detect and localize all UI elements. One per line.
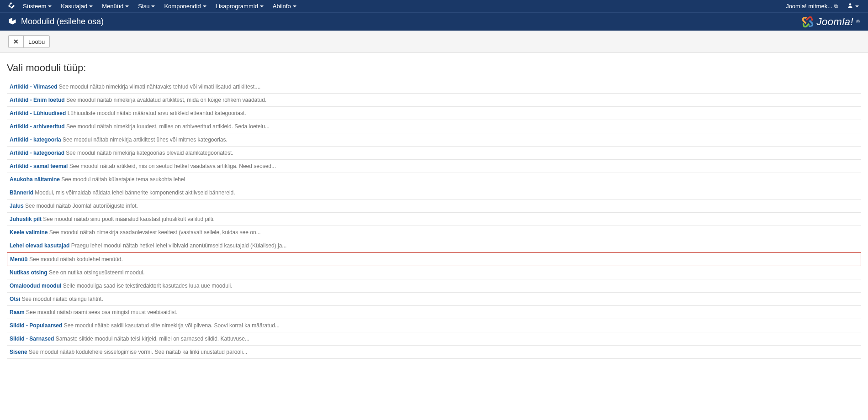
- topmenu-item-4[interactable]: Komponendid: [159, 0, 211, 12]
- top-menubar-right: Joomla! mitmek... ⧉: [781, 0, 863, 12]
- module-type-link[interactable]: Lehel olevad kasutajad: [10, 242, 69, 249]
- module-type-description: See on nutika otsingusüsteemi moodul.: [48, 269, 145, 276]
- cancel-button-group: ✕ Loobu: [8, 35, 50, 48]
- module-type-description: Lühiuudiste moodul näitab määratud arvu …: [66, 110, 246, 116]
- module-type-row: Keele valimine See moodul näitab nimekir…: [7, 226, 861, 239]
- module-type-description: See moodul näitab nimekirja artiklitest …: [61, 136, 228, 143]
- module-type-link[interactable]: Otsi: [10, 296, 20, 302]
- module-type-row: Menüü See moodul näitab kodulehel menüüd…: [7, 252, 861, 266]
- module-type-row: Otsi See moodul näitab otsingu lahtrit.: [7, 293, 861, 306]
- topmenu-item-2[interactable]: Menüüd: [97, 0, 133, 12]
- chevron-down-icon: [293, 5, 296, 7]
- module-type-link[interactable]: Keele valimine: [10, 229, 48, 236]
- module-type-row: Omaloodud moodul Selle mooduliga saad is…: [7, 279, 861, 293]
- user-icon: [847, 2, 853, 10]
- module-type-description: See moodul näitab nimekirja kategoorias …: [64, 150, 233, 156]
- chevron-down-icon: [203, 5, 206, 7]
- top-menubar-left: SüsteemKasutajadMenüüdSisuKomponendidLis…: [5, 0, 301, 12]
- page-header: Moodulid (esilehe osa) Joomla!®: [0, 12, 868, 31]
- toolbar: ✕ Loobu: [0, 31, 868, 53]
- topmenu-item-1[interactable]: Kasutajad: [56, 0, 97, 12]
- module-type-description: See moodul näitab artikleid, mis on seot…: [68, 163, 276, 169]
- module-type-link[interactable]: Artiklid - Viimased: [10, 84, 57, 90]
- chevron-down-icon: [151, 5, 155, 7]
- svg-point-0: [849, 3, 852, 5]
- topmenu-item-label: Lisaprogrammid: [216, 3, 258, 10]
- joomla-icon[interactable]: [5, 2, 18, 10]
- cube-icon: [8, 17, 16, 27]
- module-type-description: Praegu lehel moodul näitab hetkel lehel …: [69, 242, 286, 249]
- chevron-down-icon: [855, 5, 859, 7]
- module-type-link[interactable]: Asukoha näitamine: [10, 176, 60, 183]
- module-type-description: Selle mooduliga saad ise tekstiredaktori…: [61, 283, 232, 289]
- module-type-description: See moodul näitab raami sees osa mingist…: [25, 309, 178, 315]
- module-type-row: Sildid - Sarnased Sarnaste siltide moodu…: [7, 332, 861, 346]
- module-type-link[interactable]: Artiklid - arhiveeritud: [10, 123, 65, 130]
- module-type-link[interactable]: Sisene: [10, 349, 27, 355]
- module-type-link[interactable]: Omaloodud moodul: [10, 283, 61, 289]
- module-type-row: Artiklid - kategooria See moodul näitab …: [7, 133, 861, 147]
- top-menubar: SüsteemKasutajadMenüüdSisuKomponendidLis…: [0, 0, 868, 12]
- module-type-link[interactable]: Sildid - Populaarsed: [10, 322, 62, 329]
- module-type-row: Artiklid - Enim loetud See moodul näitab…: [7, 94, 861, 107]
- module-type-link[interactable]: Bännerid: [10, 189, 33, 196]
- page-title: Moodulid (esilehe osa): [21, 17, 104, 26]
- topmenu-item-label: Sisu: [138, 3, 149, 10]
- module-type-link[interactable]: Raam: [10, 309, 25, 315]
- module-type-link[interactable]: Juhuslik pilt: [10, 216, 42, 222]
- cancel-button-label: Loobu: [28, 38, 45, 45]
- module-type-description: See moodul näitab otsingu lahtrit.: [20, 296, 103, 302]
- module-type-row: Artiklid - Lühiuudised Lühiuudiste moodu…: [7, 107, 861, 120]
- cancel-button[interactable]: Loobu: [23, 35, 50, 48]
- external-link-icon: ⧉: [834, 3, 838, 9]
- joomla-logo-icon: [801, 16, 814, 28]
- module-type-description: See moodul näitab Joomla! autoriõiguste …: [24, 203, 138, 209]
- module-type-row: Nutikas otsing See on nutika otsingusüst…: [7, 266, 861, 279]
- module-type-row: Artiklid - samal teemal See moodul näita…: [7, 160, 861, 173]
- module-type-link[interactable]: Nutikas otsing: [10, 269, 48, 276]
- module-type-link[interactable]: Artiklid - kategooriad: [10, 150, 64, 156]
- module-type-row: Artiklid - Viimased See moodul näitab ni…: [7, 80, 861, 94]
- site-link-label: Joomla! mitmek...: [786, 3, 832, 10]
- topmenu-item-6[interactable]: Abiinfo: [268, 0, 301, 12]
- module-type-description: See moodul näitab sinu poolt määratud ka…: [42, 216, 215, 222]
- header-left: Moodulid (esilehe osa): [8, 17, 104, 27]
- module-type-link[interactable]: Artiklid - Enim loetud: [10, 97, 65, 103]
- module-type-row: Artiklid - kategooriad See moodul näitab…: [7, 147, 861, 160]
- site-link[interactable]: Joomla! mitmek... ⧉: [781, 0, 842, 12]
- module-type-row: Juhuslik pilt See moodul näitab sinu poo…: [7, 213, 861, 226]
- module-type-description: See moodul näitab kodulehele sisselogimi…: [27, 349, 248, 355]
- user-menu[interactable]: [842, 0, 863, 12]
- chevron-down-icon: [125, 5, 129, 7]
- module-type-link[interactable]: Menüü: [10, 256, 28, 262]
- topmenu-item-5[interactable]: Lisaprogrammid: [211, 0, 268, 12]
- module-type-row: Bännerid Moodul, mis võimaldab näidata l…: [7, 186, 861, 200]
- module-type-link[interactable]: Jalus: [10, 203, 24, 209]
- topmenu-item-label: Kasutajad: [61, 3, 87, 10]
- module-type-description: See moodul näitab nimekirja avaldatud ar…: [65, 97, 267, 103]
- topmenu-item-3[interactable]: Sisu: [133, 0, 159, 12]
- close-icon: ✕: [13, 38, 19, 45]
- topmenu-items: SüsteemKasutajadMenüüdSisuKomponendidLis…: [18, 0, 301, 12]
- module-type-description: See moodul näitab saidil kasutatud silte…: [62, 322, 280, 329]
- joomla-brand: Joomla!®: [801, 16, 860, 28]
- module-type-description: Moodul, mis võimaldab näidata lehel bänn…: [33, 189, 235, 196]
- module-type-link[interactable]: Artiklid - samal teemal: [10, 163, 68, 169]
- module-type-row: Artiklid - arhiveeritud See moodul näita…: [7, 120, 861, 133]
- module-type-description: See moodul näitab nimekirja viimati näht…: [57, 84, 260, 90]
- module-type-description: See moodul näitab kodulehel menüüd.: [28, 256, 123, 262]
- module-type-row: Jalus See moodul näitab Joomla! autoriõi…: [7, 200, 861, 213]
- module-type-description: See moodul näitab nimekirja saadaolevate…: [48, 229, 260, 236]
- module-type-row: Sildid - Populaarsed See moodul näitab s…: [7, 319, 861, 332]
- module-type-link[interactable]: Sildid - Sarnased: [10, 336, 54, 342]
- module-type-link[interactable]: Artiklid - Lühiuudised: [10, 110, 66, 116]
- topmenu-item-label: Süsteem: [23, 3, 46, 10]
- cancel-button-icon[interactable]: ✕: [8, 35, 23, 48]
- topmenu-item-0[interactable]: Süsteem: [18, 0, 56, 12]
- topmenu-item-label: Menüüd: [102, 3, 123, 10]
- chevron-down-icon: [260, 5, 264, 7]
- module-type-row: Asukoha näitamine See moodul näitab küla…: [7, 173, 861, 186]
- content: Vali mooduli tüüp: Artiklid - Viimased S…: [0, 53, 868, 368]
- module-type-link[interactable]: Artiklid - kategooria: [10, 136, 61, 143]
- module-type-description: See moodul näitab külastajale tema asuko…: [60, 176, 185, 183]
